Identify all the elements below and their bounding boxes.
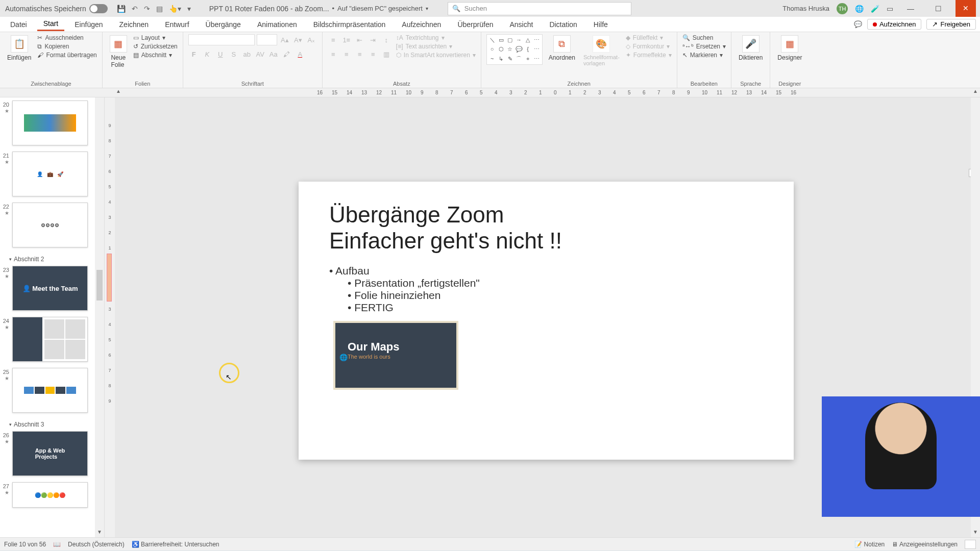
- cut-button[interactable]: ✂Ausschneiden: [37, 34, 96, 41]
- format-painter-button[interactable]: 🖌Format übertragen: [37, 52, 96, 59]
- shape-more3-icon[interactable]: ⋯: [532, 55, 541, 63]
- indent-inc-icon[interactable]: ⇥: [368, 34, 379, 45]
- shape-callout-icon[interactable]: 💬: [514, 45, 523, 54]
- tab-start[interactable]: Start: [37, 17, 65, 31]
- coming-soon-icon[interactable]: 🧪: [871, 5, 879, 13]
- undo-icon[interactable]: ↶: [132, 5, 138, 13]
- clear-format-icon[interactable]: Aₓ: [306, 34, 317, 45]
- paste-button[interactable]: 📋Einfügen: [5, 34, 33, 62]
- thumb-25-preview[interactable]: [12, 368, 88, 413]
- italic-button[interactable]: K: [202, 48, 213, 60]
- comments-icon[interactable]: 💬: [854, 20, 862, 28]
- tab-dictation[interactable]: Dictation: [543, 18, 583, 31]
- bullet-2a[interactable]: Präsentation „fertigstellen": [348, 277, 763, 289]
- display-settings-button[interactable]: 🖥 Anzeigeeinstellungen: [892, 541, 958, 548]
- replace-button[interactable]: ᵃ↔ᵇErsetzen ▾: [682, 43, 726, 50]
- new-slide-button[interactable]: ▦Neue Folie: [108, 34, 129, 69]
- slide-body[interactable]: Aufbau Präsentation „fertigstellen" Foli…: [329, 265, 763, 390]
- shape-rect-icon[interactable]: ▭: [497, 36, 505, 44]
- thumb-scroll-up[interactable]: ▲: [114, 88, 123, 97]
- align-right-icon[interactable]: ≡: [354, 48, 365, 60]
- touch-mode-icon[interactable]: 👆▾: [169, 5, 181, 13]
- reset-button[interactable]: ↺Zurücksetzen: [133, 43, 178, 50]
- spacing-button[interactable]: AV: [255, 48, 266, 60]
- bold-button[interactable]: F: [188, 48, 200, 60]
- tab-aufzeichnen[interactable]: Aufzeichnen: [396, 18, 447, 31]
- align-center-icon[interactable]: ≡: [341, 48, 352, 60]
- layout-button[interactable]: ▭Layout ▾: [133, 34, 178, 41]
- save-icon[interactable]: 💾: [117, 5, 126, 13]
- vertical-ruler[interactable]: 9876543210123456789: [105, 97, 115, 537]
- font-size-input[interactable]: [257, 34, 277, 45]
- columns-icon[interactable]: ▥: [381, 48, 392, 60]
- font-color-button[interactable]: A: [295, 48, 306, 60]
- numbering-icon[interactable]: 1≡: [341, 34, 352, 45]
- arrange-button[interactable]: ⧉Anordnen: [547, 34, 577, 62]
- bullets-icon[interactable]: ≡: [328, 34, 339, 45]
- thumb-22-preview[interactable]: ⚙⚙⚙⚙: [12, 203, 88, 247]
- shape-plus-icon[interactable]: +: [524, 55, 532, 63]
- text-direction-button[interactable]: ↕ATextrichtung ▾: [396, 34, 476, 41]
- slide-counter[interactable]: Folie 10 von 56: [4, 541, 46, 548]
- shape-rrect-icon[interactable]: ▢: [506, 36, 514, 44]
- shape-fill-button[interactable]: ◆Fülleffekt ▾: [626, 34, 672, 41]
- spellcheck-icon[interactable]: 📖: [53, 541, 61, 548]
- tab-bildschirmpraesentation[interactable]: Bildschirmpräsentation: [307, 18, 392, 31]
- shape-tri-icon[interactable]: △: [524, 36, 532, 44]
- user-avatar[interactable]: TH: [837, 3, 848, 14]
- select-button[interactable]: ↖Markieren ▾: [682, 52, 726, 59]
- accessibility-status[interactable]: ♿ Barrierefreiheit: Untersuchen: [132, 541, 219, 548]
- increase-font-icon[interactable]: A▴: [279, 34, 290, 45]
- thumb-26[interactable]: 26★App & Web Projects: [0, 430, 104, 481]
- tab-uebergaenge[interactable]: Übergänge: [200, 18, 247, 31]
- thumb-24-preview[interactable]: [12, 317, 88, 362]
- tab-ueberpruefen[interactable]: Überprüfen: [451, 18, 499, 31]
- font-name-input[interactable]: [188, 34, 255, 45]
- thumb-23[interactable]: 23★👤 Meet the Team: [0, 265, 104, 316]
- tab-datei[interactable]: Datei: [4, 18, 33, 31]
- tab-hilfe[interactable]: Hilfe: [587, 18, 614, 31]
- underline-button[interactable]: U: [215, 48, 226, 60]
- slide-thumbnails-panel[interactable]: 20★ 21★👤💼🚀 22★⚙⚙⚙⚙ Abschnitt 2 23★👤 Meet…: [0, 97, 105, 537]
- shape-arrow-icon[interactable]: →: [514, 36, 523, 44]
- bullet-1[interactable]: Aufbau: [329, 265, 763, 277]
- align-text-button[interactable]: [≡]Text ausrichten ▾: [396, 43, 476, 50]
- canvas-scroll-up[interactable]: ▲: [971, 88, 980, 97]
- thumb-scroll-down[interactable]: ▼: [95, 529, 104, 537]
- thumb-27-preview[interactable]: 🔵🟢🟡🟠🔴: [12, 482, 88, 508]
- horizontal-ruler[interactable]: 1615141312111098765432101234567891011121…: [123, 88, 971, 97]
- autosave-toggle[interactable]: Automatisches Speichern: [0, 4, 108, 13]
- section-header-3[interactable]: Abschnitt 3: [0, 418, 104, 430]
- line-spacing-icon[interactable]: ↕: [381, 34, 392, 45]
- toggle-switch-icon[interactable]: [89, 4, 108, 13]
- redo-icon[interactable]: ↷: [144, 5, 150, 13]
- privacy-icon[interactable]: 🌐: [855, 5, 864, 13]
- bullet-2b[interactable]: Folie hineinziehen: [348, 289, 763, 302]
- minimize-button[interactable]: —: [900, 5, 921, 13]
- shape-oval-icon[interactable]: ○: [488, 45, 497, 54]
- from-beginning-icon[interactable]: ▤: [156, 5, 163, 13]
- normal-view-button[interactable]: [965, 540, 976, 549]
- thumb-20-preview[interactable]: [12, 101, 88, 145]
- thumb-22[interactable]: 22★⚙⚙⚙⚙: [0, 202, 104, 253]
- shape-free-icon[interactable]: ✎: [506, 55, 514, 63]
- dictate-button[interactable]: 🎤Diktieren: [737, 34, 765, 62]
- thumb-21-preview[interactable]: 👤💼🚀: [12, 152, 88, 196]
- shape-brace-icon[interactable]: {: [524, 45, 532, 54]
- canvas-scroll-down[interactable]: ▼: [971, 529, 980, 537]
- shape-more2-icon[interactable]: ⋯: [532, 45, 541, 54]
- tab-entwurf[interactable]: Entwurf: [159, 18, 195, 31]
- language-status[interactable]: Deutsch (Österreich): [68, 541, 125, 548]
- shape-hex-icon[interactable]: ⬡: [497, 45, 505, 54]
- search-input[interactable]: 🔍 Suchen: [448, 2, 631, 15]
- thumb-24[interactable]: 24★: [0, 316, 104, 367]
- shape-line-icon[interactable]: ＼: [488, 36, 497, 44]
- document-title[interactable]: PPT 01 Roter Faden 006 - ab Zoom... • Au…: [200, 5, 437, 13]
- highlight-button[interactable]: 🖍: [281, 48, 292, 60]
- tab-zeichnen[interactable]: Zeichnen: [113, 18, 155, 31]
- align-left-icon[interactable]: ≡: [328, 48, 339, 60]
- qat-more-icon[interactable]: ▾: [187, 5, 191, 13]
- decrease-font-icon[interactable]: A▾: [292, 34, 304, 45]
- justify-icon[interactable]: ≡: [368, 48, 379, 60]
- scrollbar-handle[interactable]: [96, 270, 103, 300]
